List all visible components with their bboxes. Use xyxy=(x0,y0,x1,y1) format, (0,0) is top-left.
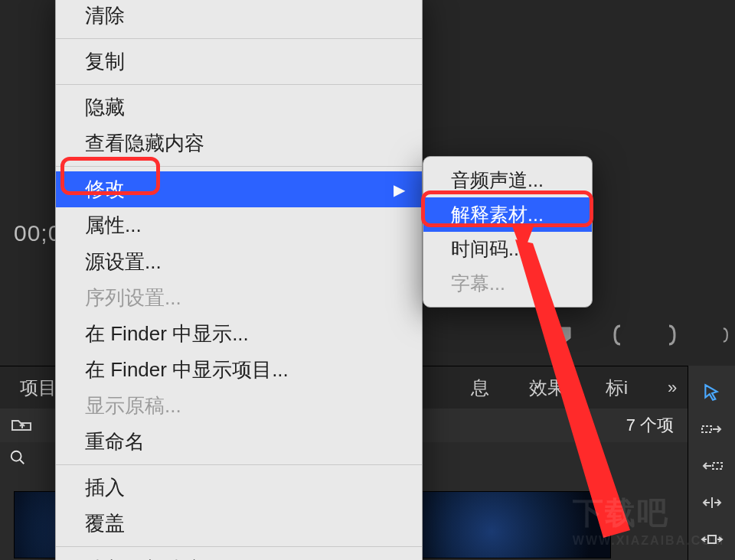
search-icon xyxy=(9,449,26,469)
menu-new-sequence-from-clip[interactable]: 从剪辑新建序列 xyxy=(56,552,422,560)
svg-rect-2 xyxy=(702,426,711,432)
menu-overwrite[interactable]: 覆盖 xyxy=(56,506,422,542)
menu-modify-label: 修改 xyxy=(85,177,125,200)
menu-clear[interactable]: 清除 xyxy=(56,0,422,34)
menu-insert[interactable]: 插入 xyxy=(56,470,422,506)
watermark-text: 下载吧 xyxy=(573,496,669,529)
item-count: 7 个项 xyxy=(626,414,674,437)
menu-source-settings[interactable]: 源设置... xyxy=(56,244,422,280)
tab-markers[interactable]: 标i xyxy=(586,366,648,409)
menu-rename[interactable]: 重命名 xyxy=(56,424,422,460)
menu-separator xyxy=(56,546,422,547)
app-canvas: 00;0 项目: 息 效果 标i » 7 个项 xyxy=(0,0,735,560)
selection-tool-icon[interactable] xyxy=(701,381,724,404)
tabs-overflow-button[interactable]: » xyxy=(648,366,688,409)
submenu-audio-channels[interactable]: 音频声道... xyxy=(423,163,592,197)
menu-separator xyxy=(56,166,422,167)
marker-center-icon[interactable] xyxy=(556,327,573,343)
submenu-timecode[interactable]: 时间码... xyxy=(423,232,592,266)
svg-rect-3 xyxy=(713,463,722,469)
context-menu: 清除 复制 隐藏 查看隐藏内容 修改 ▶ 属性... 源设置... 序列设置..… xyxy=(55,0,423,560)
menu-hide[interactable]: 隐藏 xyxy=(56,90,422,125)
tab-effects[interactable]: 效果 xyxy=(509,366,586,409)
submenu-subtitles: 字幕... xyxy=(423,266,592,301)
menu-separator xyxy=(56,464,422,465)
menu-sequence-settings: 序列设置... xyxy=(56,280,422,316)
svg-point-0 xyxy=(11,451,21,461)
insert-right-tool-icon[interactable] xyxy=(701,418,724,441)
menu-show-original: 显示原稿... xyxy=(56,388,422,424)
folder-up-icon[interactable] xyxy=(11,416,32,435)
insert-left-tool-icon[interactable] xyxy=(701,454,724,477)
modify-submenu: 音频声道... 解释素材... 时间码... 字幕... xyxy=(423,156,593,308)
svg-line-1 xyxy=(20,460,24,464)
menu-separator xyxy=(56,38,422,39)
menu-copy[interactable]: 复制 xyxy=(56,44,422,80)
bracket-out-icon[interactable] xyxy=(663,327,680,343)
submenu-arrow-icon: ▶ xyxy=(394,179,405,200)
tab-info[interactable]: 息 xyxy=(451,366,509,409)
marker-bar xyxy=(556,320,733,350)
menu-reveal-finder[interactable]: 在 Finder 中显示... xyxy=(56,316,422,352)
menu-properties[interactable]: 属性... xyxy=(56,207,422,243)
menu-reveal-project-finder[interactable]: 在 Finder 中显示项目... xyxy=(56,352,422,388)
menu-separator xyxy=(56,84,422,85)
bracket-out2-icon[interactable] xyxy=(717,327,733,343)
watermark-url: WWW.XIAZAIBA.COM xyxy=(573,534,724,548)
watermark: 下载吧 WWW.XIAZAIBA.COM xyxy=(573,492,724,548)
menu-modify[interactable]: 修改 ▶ xyxy=(56,171,422,207)
menu-view-hidden[interactable]: 查看隐藏内容 xyxy=(56,125,422,161)
submenu-interpret-footage[interactable]: 解释素材... xyxy=(423,197,592,232)
bracket-in-icon[interactable] xyxy=(609,327,626,343)
